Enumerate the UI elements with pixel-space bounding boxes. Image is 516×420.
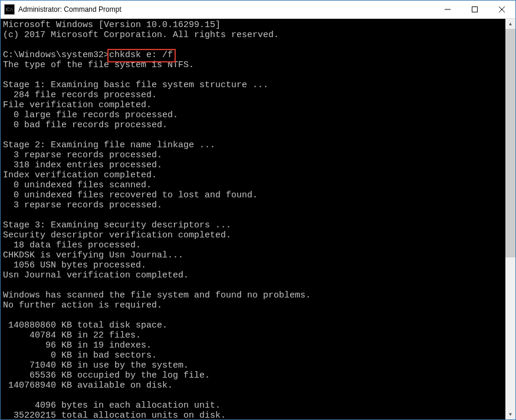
maximize-button[interactable] [461,1,488,18]
minimize-button[interactable] [434,1,461,18]
line: 0 large file records processed. [3,110,178,120]
scroll-up-button[interactable]: ▲ [505,19,515,29]
line: 4096 bytes in each allocation unit. [3,401,221,411]
line: 0 unindexed files recovered to lost and … [3,190,258,200]
line: File verification completed. [3,100,152,110]
line: 65536 KB occupied by the log file. [3,371,210,381]
line: 96 KB in 19 indexes. [3,340,152,350]
line: 1056 USN bytes processed. [3,260,146,270]
scroll-down-button[interactable]: ▼ [505,409,515,419]
line: 284 file records processed. [3,90,157,100]
line: 40784 KB in 22 files. [3,330,141,340]
vertical-scrollbar[interactable]: ▲ ▼ [505,19,515,419]
line: No further action is required. [3,300,162,310]
line: 140768940 KB available on disk. [3,381,173,391]
line: 0 bad file records processed. [3,120,167,130]
window-title: Administrator: Command Prompt [18,5,434,14]
line: (c) 2017 Microsoft Corporation. All righ… [3,30,279,40]
line: Stage 3: Examining security descriptors … [3,220,231,230]
line: Windows has scanned the file system and … [3,290,311,300]
line: Stage 1: Examining basic file system str… [3,80,268,90]
client-area: Microsoft Windows [Version 10.0.16299.15… [1,19,515,419]
scrollbar-track[interactable] [505,29,515,409]
line: 71040 KB in use by the system. [3,361,189,371]
line: Index verification completed. [3,170,157,180]
line: Stage 2: Examining file name linkage ... [3,140,215,150]
cmd-icon: C:\ [4,4,15,15]
line: 3 reparse records processed. [3,150,162,160]
line: 0 KB in bad sectors. [3,350,157,361]
line: 35220215 total allocation units on disk. [3,411,226,420]
scrollbar-thumb[interactable] [505,29,515,257]
line: CHKDSK is verifying Usn Journal... [3,250,183,260]
entered-command: chkdsk e: /f [109,50,173,60]
window-buttons [434,1,515,18]
terminal-output[interactable]: Microsoft Windows [Version 10.0.16299.15… [1,19,505,420]
line: 318 index entries processed. [3,160,162,170]
cmd-window: C:\ Administrator: Command Prompt Micros… [0,0,516,420]
line: 0 unindexed files scanned. [3,180,152,190]
line: 3 reparse records processed. [3,200,162,210]
line: Usn Journal verification completed. [3,270,189,280]
line: 140880860 KB total disk space. [3,320,167,330]
line: Microsoft Windows [Version 10.0.16299.15… [3,20,221,30]
line: 18 data files processed. [3,240,141,250]
prompt: C:\Windows\system32> [3,50,109,60]
titlebar[interactable]: C:\ Administrator: Command Prompt [1,1,515,19]
line: Security descriptor verification complet… [3,230,231,240]
close-button[interactable] [488,1,515,18]
line: The type of the file system is NTFS. [3,60,194,70]
svg-rect-0 [472,7,478,12]
